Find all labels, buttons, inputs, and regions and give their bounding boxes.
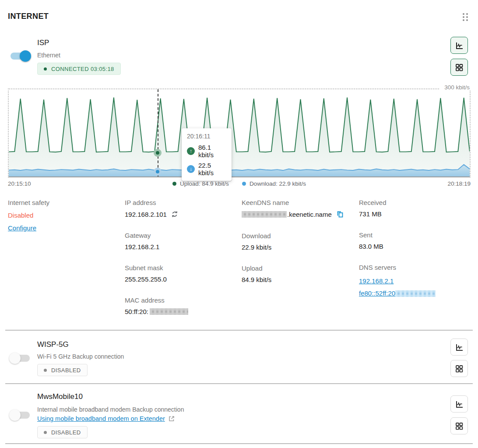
traffic-chart[interactable]: 300 kbit/s 20:16:11 ↑ 86.1 k [8, 88, 471, 177]
configure-link[interactable]: Configure [8, 224, 36, 232]
received-value: 731 MB [359, 210, 473, 218]
line-chart-icon [454, 342, 464, 352]
upload-area [9, 98, 470, 176]
drag-handle-icon[interactable] [463, 13, 468, 21]
subnet-mask-value: 255.255.255.0 [125, 275, 239, 283]
wisp-status-badge: DISABLED [37, 364, 88, 376]
divider [5, 383, 473, 384]
tooltip-time: 20:16:11 [187, 133, 226, 140]
internet-safety-label: Internet safety [8, 199, 122, 206]
isp-status-label: CONNECTED 03:05:18 [51, 66, 114, 72]
chart-start-time: 20:15:10 [8, 180, 31, 187]
mobile-extender-link[interactable]: Using mobile broadband modem on Extender [37, 415, 165, 422]
line-chart-icon [454, 41, 464, 50]
dns-server-link-2[interactable]: fe80::52ff:20 [359, 289, 436, 297]
internet-page: INTERNET ISP Ethernet CONNECTED 03:05:18… [0, 0, 478, 448]
received-label: Received [359, 199, 473, 206]
upload-arrow-icon: ↑ [187, 147, 195, 155]
download-label: Download [242, 232, 355, 240]
mobile-grid-view-button[interactable] [450, 417, 468, 434]
sent-value: 83.0 MB [359, 243, 473, 250]
gateway-value: 192.168.2.1 [125, 243, 239, 250]
mobile-title: MwsMobile10 [37, 392, 83, 401]
wisp-toggle[interactable] [11, 355, 30, 362]
line-chart-icon [454, 399, 464, 409]
ip-address-label: IP address [125, 199, 239, 206]
totals-column: Received 731 MB Sent 83.0 MB DNS servers… [359, 199, 473, 313]
wisp-grid-view-button[interactable] [450, 360, 468, 377]
mac-address-label: MAC address [125, 296, 239, 304]
divider [5, 330, 473, 331]
download-cursor-marker [154, 168, 162, 176]
mobile-toggle[interactable] [11, 412, 30, 419]
wisp-chart-view-button[interactable] [450, 339, 468, 356]
mobile-link-row: Using mobile broadband modem on Extender [37, 415, 175, 422]
chart-axis-row: 20:15:10 Upload: 84.9 kbit/s Download: 2… [8, 180, 471, 187]
wisp-subtitle: Wi-Fi 5 GHz Backup connection [37, 353, 124, 360]
chart-tooltip: 20:16:11 ↑ 86.1 kbit/s ↓ 22.5 kbit/s [182, 128, 232, 181]
gateway-label: Gateway [125, 232, 239, 239]
tooltip-download-value: 22.5 kbit/s [198, 162, 226, 176]
mobile-status-badge: DISABLED [37, 426, 88, 438]
download-arrow-icon: ↓ [187, 165, 195, 173]
isp-title: ISP [37, 39, 49, 47]
chart-end-time: 20:18:19 [447, 180, 471, 187]
mobile-chart-view-button[interactable] [450, 395, 468, 413]
divider [5, 443, 473, 444]
tooltip-upload-value: 86.1 kbit/s [198, 144, 226, 159]
internet-safety-value: Disabled [8, 212, 122, 219]
upload-value: 84.9 kbit/s [242, 276, 355, 283]
dns-server-redacted [395, 290, 436, 297]
subnet-mask-label: Subnet mask [125, 264, 239, 272]
isp-subtitle: Ethernet [37, 52, 60, 59]
legend-download: Download: 22.9 kbit/s [242, 180, 306, 187]
download-dot-icon [242, 182, 246, 186]
dns-traffic-column: KeenDNS name .keenetic.name Download 22.… [242, 199, 355, 297]
page-title: INTERNET [8, 12, 49, 21]
mac-address-value: 50:ff:20: [125, 308, 148, 315]
copy-icon[interactable] [336, 210, 344, 219]
wisp-title: WISP-5G [37, 340, 69, 349]
grid-icon [455, 422, 464, 430]
address-column: IP address 192.168.2.101 Gateway 192.168… [125, 199, 239, 329]
wisp-status-label: DISABLED [51, 367, 81, 374]
internet-safety-column: Internet safety Disabled Configure [8, 199, 122, 237]
dns-server-link-1[interactable]: 192.168.2.1 [359, 277, 394, 285]
mac-address-redacted [150, 308, 188, 315]
mobile-status-label: DISABLED [51, 429, 81, 436]
external-link-icon [168, 415, 175, 422]
keendns-label: KeenDNS name [242, 199, 355, 206]
upload-label: Upload [242, 265, 355, 272]
status-dot-icon [44, 431, 47, 434]
refresh-icon[interactable] [171, 210, 179, 218]
keendns-redacted [242, 211, 287, 218]
mobile-subtitle: Internal mobile broadband modem Backup c… [37, 406, 184, 413]
legend-upload: Upload: 84.9 kbit/s [172, 180, 229, 187]
keendns-suffix: .keenetic.name [287, 211, 332, 218]
isp-toggle[interactable] [11, 53, 30, 60]
sent-label: Sent [359, 231, 473, 239]
isp-chart-view-button[interactable] [450, 37, 468, 54]
grid-icon [455, 364, 464, 373]
ip-address-value: 192.168.2.101 [125, 211, 167, 218]
isp-grid-view-button[interactable] [450, 59, 468, 76]
upload-dot-icon [172, 182, 176, 186]
upload-line [9, 98, 470, 152]
grid-icon [455, 63, 464, 72]
status-dot-icon [44, 67, 47, 71]
isp-status-badge: CONNECTED 03:05:18 [37, 63, 121, 75]
upload-cursor-marker [154, 149, 162, 157]
status-dot-icon [44, 369, 47, 372]
chart-cursor-line [158, 89, 158, 176]
traffic-chart-plot [9, 89, 470, 176]
dns-servers-label: DNS servers [359, 264, 473, 271]
download-value: 22.9 kbit/s [242, 243, 355, 251]
